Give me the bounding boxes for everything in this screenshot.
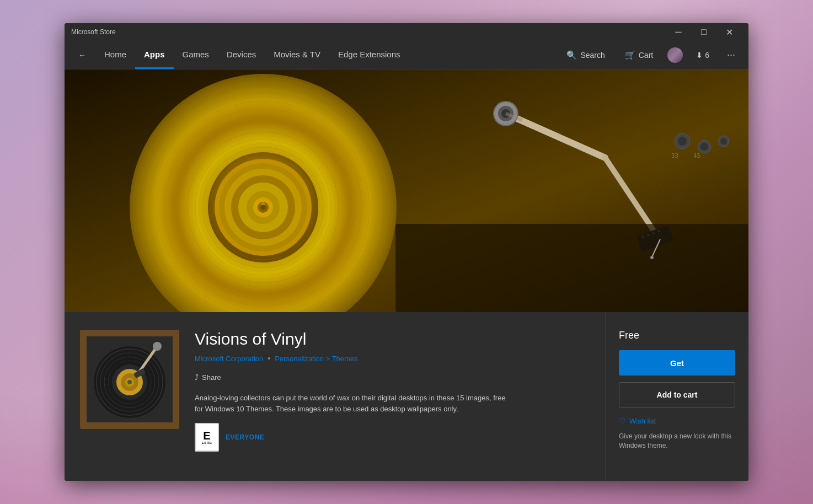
search-button[interactable]: 🔍 Search <box>561 47 610 63</box>
esrb-badge: E ESRB <box>195 423 219 452</box>
svg-rect-72 <box>80 422 179 429</box>
svg-point-48 <box>720 138 727 144</box>
thumbnail-svg <box>80 330 179 429</box>
heart-icon: ♡ <box>619 416 626 425</box>
esrb-rating: E <box>203 430 210 441</box>
hero-background: 33 45 <box>65 69 748 312</box>
detail-section: Visions of Vinyl Microsoft Corporation •… <box>65 312 748 481</box>
promo-text: Give your desktop a new look with this W… <box>619 432 735 451</box>
svg-text:33: 33 <box>671 152 678 159</box>
nav-link-movies-tv[interactable]: Movies & TV <box>265 41 329 69</box>
svg-point-69 <box>153 342 162 351</box>
title-bar: Microsoft Store ─ □ ✕ <box>65 23 748 41</box>
svg-text:45: 45 <box>693 152 700 159</box>
nav-link-apps[interactable]: Apps <box>135 41 174 69</box>
svg-rect-49 <box>395 224 748 312</box>
svg-point-54 <box>650 256 654 259</box>
share-icon: ⤴ <box>195 373 199 382</box>
esrb-everyone-label[interactable]: EVERYONE <box>226 433 264 441</box>
svg-rect-73 <box>80 330 87 429</box>
app-meta: Microsoft Corporation • Personalization … <box>195 354 590 363</box>
publisher-link[interactable]: Microsoft Corporation <box>195 355 263 363</box>
search-label: Search <box>580 51 605 60</box>
more-button[interactable]: ··· <box>723 46 740 64</box>
meta-separator: • <box>268 354 270 363</box>
hero-svg: 33 45 <box>65 69 748 312</box>
app-thumbnail <box>80 330 179 429</box>
rating-row: E ESRB EVERYONE <box>195 423 590 452</box>
get-button[interactable]: Get <box>619 350 735 376</box>
avatar-image <box>667 47 683 63</box>
nav-right: 🔍 Search 🛒 Cart ⬇ 6 ··· <box>561 46 740 64</box>
cart-icon: 🛒 <box>625 50 635 60</box>
svg-point-32 <box>260 205 266 210</box>
nav-bar: ← Home Apps Games Devices Movies & TV Ed… <box>65 41 748 69</box>
wish-list-label: Wish list <box>629 417 656 425</box>
svg-rect-71 <box>80 330 179 336</box>
minimize-button[interactable]: ─ <box>666 23 691 41</box>
avatar[interactable] <box>667 47 683 63</box>
detail-left: Visions of Vinyl Microsoft Corporation •… <box>65 312 605 481</box>
maximize-button[interactable]: □ <box>691 23 716 41</box>
nav-link-games[interactable]: Games <box>174 41 218 69</box>
nav-link-devices[interactable]: Devices <box>218 41 265 69</box>
detail-right: Free Get Add to cart ♡ Wish list Give yo… <box>605 312 748 481</box>
svg-point-44 <box>678 137 687 146</box>
share-label: Share <box>202 373 221 382</box>
window-controls: ─ □ ✕ <box>666 23 742 41</box>
downloads-button[interactable]: ⬇ 6 <box>692 47 714 63</box>
price-label: Free <box>619 330 735 341</box>
nav-link-home[interactable]: Home <box>95 41 135 69</box>
cart-button[interactable]: 🛒 Cart <box>619 47 659 63</box>
app-info: Visions of Vinyl Microsoft Corporation •… <box>195 330 590 463</box>
nav-links: Home Apps Games Devices Movies & TV Edge… <box>95 41 561 69</box>
esrb-sublabel: ESRB <box>202 441 212 444</box>
hero-image: 33 45 <box>65 69 748 312</box>
app-description: Analog-loving collectors can put the wor… <box>195 393 515 414</box>
category-link[interactable]: Personalization > Themes <box>275 355 357 363</box>
wish-list-button[interactable]: ♡ Wish list <box>619 416 735 425</box>
add-to-cart-button[interactable]: Add to cart <box>619 382 735 408</box>
svg-rect-74 <box>173 330 179 429</box>
close-button[interactable]: ✕ <box>716 23 742 41</box>
app-title: Visions of Vinyl <box>195 330 590 348</box>
download-icon: ⬇ <box>696 51 703 60</box>
search-icon: 🔍 <box>566 50 577 60</box>
back-button[interactable]: ← <box>73 46 91 64</box>
share-button[interactable]: ⤴ Share <box>195 371 221 384</box>
app-window: Microsoft Store ─ □ ✕ ← Home Apps Games … <box>65 23 748 481</box>
download-count: 6 <box>705 51 709 60</box>
svg-point-67 <box>127 380 132 384</box>
window-title: Microsoft Store <box>71 28 666 36</box>
nav-link-edge-extensions[interactable]: Edge Extensions <box>329 41 409 69</box>
cart-label: Cart <box>639 51 653 60</box>
svg-point-46 <box>700 143 708 151</box>
